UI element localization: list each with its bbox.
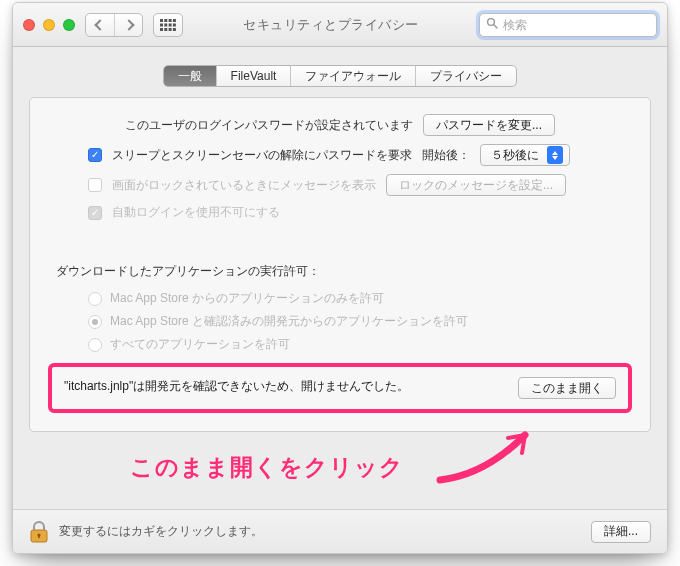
disable-autologin-checkbox[interactable]: ✓	[88, 206, 102, 220]
disable-autologin-label: 自動ログインを使用不可にする	[112, 204, 280, 221]
tab-firewall[interactable]: ファイアウォール	[290, 66, 415, 86]
svg-rect-16	[38, 535, 40, 538]
stepper-icon	[547, 146, 563, 164]
titlebar: セキュリティとプライバシー	[13, 3, 667, 47]
search-field[interactable]	[479, 13, 657, 37]
tab-filevault[interactable]: FileVault	[216, 66, 291, 86]
set-lock-message-button[interactable]: ロックのメッセージを設定...	[386, 174, 566, 196]
grid-icon	[160, 19, 176, 31]
svg-rect-10	[169, 28, 172, 31]
svg-rect-8	[160, 28, 163, 31]
zoom-icon[interactable]	[63, 19, 75, 31]
nav-forward-button[interactable]	[114, 14, 142, 36]
show-all-button[interactable]	[153, 13, 183, 37]
tab-general[interactable]: 一般	[164, 66, 216, 86]
advanced-button[interactable]: 詳細...	[591, 521, 651, 543]
tabs-row: 一般 FileVault ファイアウォール プライバシー	[13, 47, 667, 97]
lock-message-row: 画面がロックされているときにメッセージを表示 ロックのメッセージを設定...	[48, 174, 632, 196]
preferences-window: セキュリティとプライバシー 一般 FileVault ファイアウォール プライバ…	[12, 2, 668, 554]
gk-option-identified-label: Mac App Store と確認済みの開発元からのアプリケーションを許可	[110, 313, 468, 330]
require-password-label: スリープとスクリーンセーバの解除にパスワードを要求	[112, 147, 412, 164]
gatekeeper-blocked-box: "itcharts.jnlp"は開発元を確認できないため、開けませんでした。 こ…	[48, 363, 632, 413]
radio-icon	[88, 292, 102, 306]
svg-rect-1	[164, 19, 167, 22]
require-password-row: ✓ スリープとスクリーンセーバの解除にパスワードを要求 開始後： ５秒後に	[48, 144, 632, 166]
svg-rect-11	[173, 28, 176, 31]
gk-option-appstore-label: Mac App Store からのアプリケーションのみを許可	[110, 290, 384, 307]
chevron-left-icon	[94, 19, 105, 30]
lock-text: 変更するにはカギをクリックします。	[59, 523, 263, 540]
gatekeeper-options: Mac App Store からのアプリケーションのみを許可 Mac App S…	[48, 290, 632, 353]
delay-select-value: ５秒後に	[491, 147, 539, 164]
change-password-button[interactable]: パスワードを変更...	[423, 114, 555, 136]
gatekeeper-blocked-message: "itcharts.jnlp"は開発元を確認できないため、開けませんでした。	[64, 377, 506, 396]
traffic-lights	[23, 19, 75, 31]
gatekeeper-title: ダウンロードしたアプリケーションの実行許可：	[48, 263, 632, 280]
login-password-label: このユーザのログインパスワードが設定されています	[125, 117, 413, 134]
search-input[interactable]	[503, 18, 650, 32]
tabs: 一般 FileVault ファイアウォール プライバシー	[163, 65, 518, 87]
svg-rect-7	[173, 23, 176, 26]
open-anyway-button[interactable]: このまま開く	[518, 377, 616, 399]
svg-rect-3	[173, 19, 176, 22]
gk-option-identified[interactable]: Mac App Store と確認済みの開発元からのアプリケーションを許可	[88, 313, 632, 330]
login-password-row: このユーザのログインパスワードが設定されています パスワードを変更...	[48, 114, 632, 136]
svg-rect-0	[160, 19, 163, 22]
gk-option-anywhere-label: すべてのアプリケーションを許可	[110, 336, 290, 353]
svg-rect-5	[164, 23, 167, 26]
svg-rect-2	[169, 19, 172, 22]
gk-option-anywhere[interactable]: すべてのアプリケーションを許可	[88, 336, 632, 353]
window-title: セキュリティとプライバシー	[193, 16, 469, 34]
radio-icon	[88, 315, 102, 329]
after-label: 開始後：	[422, 147, 470, 164]
chevron-right-icon	[123, 19, 134, 30]
lock-icon[interactable]	[29, 520, 49, 544]
nav-back-button[interactable]	[86, 14, 114, 36]
require-password-checkbox[interactable]: ✓	[88, 148, 102, 162]
gk-option-appstore[interactable]: Mac App Store からのアプリケーションのみを許可	[88, 290, 632, 307]
svg-rect-9	[164, 28, 167, 31]
minimize-icon[interactable]	[43, 19, 55, 31]
close-icon[interactable]	[23, 19, 35, 31]
footer: 変更するにはカギをクリックします。 詳細...	[13, 509, 667, 553]
search-icon	[486, 17, 498, 32]
disable-autologin-row: ✓ 自動ログインを使用不可にする	[48, 204, 632, 221]
show-lock-message-label: 画面がロックされているときにメッセージを表示	[112, 177, 376, 194]
radio-icon	[88, 338, 102, 352]
nav-back-forward	[85, 13, 143, 37]
tab-privacy[interactable]: プライバシー	[415, 66, 516, 86]
show-lock-message-checkbox[interactable]	[88, 178, 102, 192]
svg-line-13	[494, 25, 497, 28]
svg-rect-4	[160, 23, 163, 26]
svg-rect-6	[169, 23, 172, 26]
delay-select[interactable]: ５秒後に	[480, 144, 570, 166]
content-panel: このユーザのログインパスワードが設定されています パスワードを変更... ✓ ス…	[29, 97, 651, 432]
